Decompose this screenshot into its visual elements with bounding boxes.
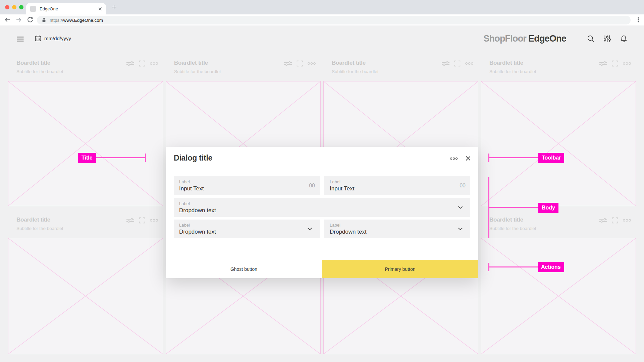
- settings-sliders-icon[interactable]: [603, 35, 611, 43]
- boardlet-subtitle: Subtitle for the boardlet: [16, 226, 158, 231]
- browser-toolbar: https://www.EdgeOne.com: [0, 14, 644, 25]
- dialog: Dialog title Label Input Text 00 Label I…: [166, 147, 478, 278]
- annotation-title-tick: [145, 154, 146, 162]
- boardlet-header: Boardlet title Subtitle for the boardlet: [166, 56, 321, 81]
- filter-sliders-icon[interactable]: [599, 61, 607, 66]
- field-suffix: 00: [309, 183, 315, 189]
- filter-sliders-icon[interactable]: [599, 218, 607, 223]
- boardlet-header: Boardlet title Subtitle for the boardlet: [8, 213, 163, 238]
- menu-hamburger-icon[interactable]: [17, 37, 24, 42]
- field-suffix: 00: [460, 183, 466, 189]
- expand-icon[interactable]: [454, 60, 461, 67]
- annotation-actions-label: Actions: [538, 262, 564, 272]
- close-window-button[interactable]: [5, 5, 9, 9]
- more-options-icon[interactable]: [623, 62, 631, 65]
- brand-prefix: ShopFloor: [483, 34, 526, 44]
- dialog-more-options-icon[interactable]: [450, 157, 458, 160]
- boardlet-placeholder: [481, 81, 636, 206]
- expand-icon[interactable]: [612, 217, 618, 224]
- chevron-down-icon[interactable]: [458, 228, 463, 231]
- boardlet-card: Boardlet title Subtitle for the boardlet: [8, 56, 163, 206]
- dialog-toolbar: [450, 156, 471, 161]
- forward-icon[interactable]: [15, 16, 22, 23]
- notifications-bell-icon[interactable]: [620, 35, 628, 43]
- ghost-button[interactable]: Ghost button: [166, 260, 322, 278]
- url-host: www.EdgeOne.com: [63, 18, 103, 23]
- field-value: Input Text: [330, 185, 354, 192]
- boardlet-toolbar: [284, 60, 316, 67]
- brand-logo: ShopFloorEdgeOne: [483, 34, 566, 44]
- dropdown-field-full[interactable]: Label Dropdown text: [174, 198, 470, 217]
- new-tab-button[interactable]: [111, 4, 117, 10]
- address-bar[interactable]: https://www.EdgeOne.com: [37, 16, 631, 24]
- date-placeholder: mm/dd/yyyy: [44, 36, 71, 41]
- more-options-icon[interactable]: [150, 219, 158, 222]
- more-options-icon[interactable]: [150, 62, 158, 65]
- field-value: Dropdown text: [179, 229, 216, 235]
- boardlet-subtitle: Subtitle for the boardlet: [332, 69, 473, 74]
- annotation-title-line: [96, 157, 145, 158]
- filter-sliders-icon[interactable]: [284, 61, 292, 66]
- more-options-icon[interactable]: [465, 62, 474, 65]
- browser-tab[interactable]: EdgeOne: [26, 3, 106, 14]
- app-page: mm/dd/yyyy ShopFloorEdgeOne Boardlet tit…: [0, 25, 644, 362]
- input-field-2[interactable]: Label Input Text 00: [324, 176, 470, 195]
- field-label: Label: [179, 223, 190, 228]
- lock-icon[interactable]: [42, 17, 46, 23]
- dialog-dropdown-row-full: Label Dropdown text: [174, 198, 470, 217]
- boardlet-toolbar: [441, 60, 474, 67]
- field-label: Label: [330, 223, 340, 228]
- annotation-actions-tick: [488, 263, 489, 271]
- browser-tabstrip: EdgeOne: [0, 0, 644, 14]
- back-icon[interactable]: [4, 16, 11, 23]
- boardlet-header: Boardlet title Subtitle for the boardlet: [8, 56, 163, 81]
- more-options-icon[interactable]: [307, 62, 316, 65]
- header-right-zone: ShopFloorEdgeOne: [483, 34, 628, 44]
- minimize-window-button[interactable]: [12, 5, 16, 9]
- tab-close-icon[interactable]: [98, 7, 102, 11]
- annotation-actions-line: [489, 266, 538, 267]
- expand-icon[interactable]: [139, 60, 145, 67]
- primary-button[interactable]: Primary button: [322, 260, 478, 278]
- annotation-toolbar-tick: [488, 154, 489, 162]
- boardlet-card: Boardlet title Subtitle for the boardlet: [481, 213, 636, 354]
- filter-sliders-icon[interactable]: [441, 61, 450, 66]
- field-label: Label: [179, 179, 190, 184]
- search-icon[interactable]: [587, 35, 595, 43]
- expand-icon[interactable]: [139, 217, 145, 224]
- reload-icon[interactable]: [27, 16, 34, 23]
- dialog-title: Dialog title: [174, 154, 212, 163]
- zoom-window-button[interactable]: [19, 5, 23, 9]
- boardlet-placeholder: [481, 238, 636, 354]
- tab-title: EdgeOne: [40, 6, 98, 11]
- date-picker[interactable]: mm/dd/yyyy: [35, 35, 71, 42]
- dialog-input-row: Label Input Text 00 Label Input Text 00: [174, 176, 470, 195]
- expand-icon[interactable]: [612, 60, 618, 67]
- dropdown-field-right[interactable]: Label Dropdown text: [324, 220, 470, 238]
- browser-menu-icon[interactable]: [635, 16, 641, 23]
- chevron-down-icon[interactable]: [307, 228, 312, 231]
- filter-sliders-icon[interactable]: [126, 218, 135, 223]
- field-value: Dropdown text: [179, 207, 216, 214]
- boardlet-toolbar: [599, 60, 631, 67]
- dialog-actions: Ghost button Primary button: [166, 260, 478, 278]
- input-field-1[interactable]: Label Input Text 00: [174, 176, 320, 195]
- dialog-close-icon[interactable]: [465, 156, 471, 161]
- filter-sliders-icon[interactable]: [126, 61, 135, 66]
- field-label: Label: [330, 179, 340, 184]
- annotation-body-label: Body: [538, 203, 558, 213]
- url-text: https://www.EdgeOne.com: [50, 18, 103, 23]
- more-options-icon[interactable]: [623, 219, 631, 222]
- field-label: Label: [179, 201, 190, 206]
- dropdown-field-left[interactable]: Label Dropdown text: [174, 220, 320, 238]
- boardlet-header: Boardlet title Subtitle for the boardlet: [323, 56, 478, 81]
- expand-icon[interactable]: [297, 60, 303, 67]
- browser-window: EdgeOne https://www.EdgeOne.com: [0, 0, 644, 362]
- url-scheme: https://: [50, 18, 63, 23]
- chevron-down-icon[interactable]: [458, 206, 463, 209]
- calendar-icon: [35, 35, 41, 42]
- annotation-toolbar-line: [489, 157, 539, 158]
- favicon: [30, 6, 36, 12]
- boardlet-header: Boardlet title Subtitle for the boardlet: [481, 213, 636, 238]
- boardlet-header: Boardlet title Subtitle for the boardlet: [481, 56, 636, 81]
